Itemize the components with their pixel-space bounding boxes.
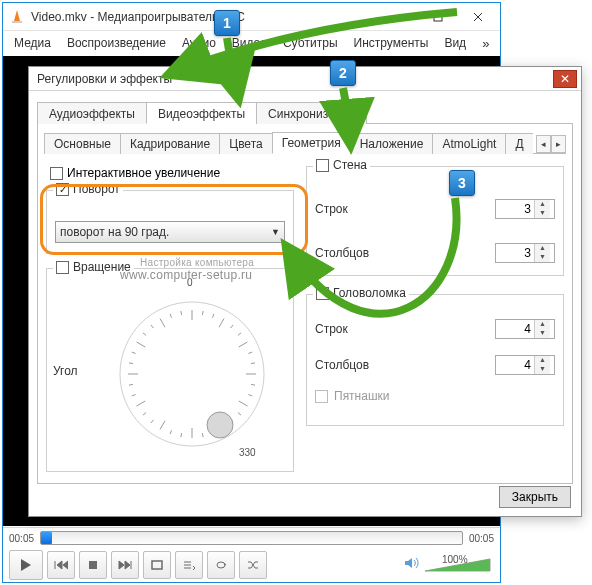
tab-video-effects[interactable]: Видеоэффекты <box>146 102 257 124</box>
fifteen-label: Пятнашки <box>334 389 390 403</box>
tab-colors[interactable]: Цвета <box>219 133 272 154</box>
maximize-button[interactable] <box>418 4 458 30</box>
dialog-close-button[interactable]: ✕ <box>553 70 577 88</box>
menu-audio[interactable]: Аудио <box>175 33 223 53</box>
svg-line-16 <box>251 363 255 364</box>
watermark-line1: Настройка компьютера <box>140 257 254 268</box>
controls-bar: 00:05 00:05 100% <box>3 527 500 582</box>
vlc-cone-icon <box>9 9 25 25</box>
dialog-title-bar: Регулировки и эффекты ✕ <box>29 67 581 91</box>
title-bar: Video.mkv - Медиапроигрыватель VLC <box>3 3 500 31</box>
speaker-icon[interactable] <box>404 556 420 574</box>
wall-cols-spinner[interactable]: ▲▼ <box>495 243 555 263</box>
rotation-dial[interactable] <box>105 287 280 462</box>
puzzle-cols-label: Столбцов <box>315 358 369 372</box>
menu-view[interactable]: Вид <box>437 33 473 53</box>
puzzle-checkbox[interactable] <box>316 287 329 300</box>
wall-legend: Стена <box>333 158 367 172</box>
puzzle-cols-spinner[interactable]: ▲▼ <box>495 355 555 375</box>
tab-basic[interactable]: Основные <box>44 133 121 154</box>
tab-more[interactable]: Д <box>505 133 532 154</box>
close-button[interactable] <box>458 4 498 30</box>
dial-tick-330: 330 <box>239 447 256 458</box>
puzzle-rows-label: Строк <box>315 322 348 336</box>
rotate-value: поворот на 90 град. <box>60 225 169 239</box>
svg-line-36 <box>129 363 133 364</box>
svg-line-27 <box>181 433 182 437</box>
watermark-line2: www.computer-setup.ru <box>120 268 252 282</box>
svg-rect-2 <box>434 13 442 21</box>
dialog-title: Регулировки и эффекты <box>37 72 172 86</box>
svg-line-18 <box>251 384 255 385</box>
wall-rows-label: Строк <box>315 202 348 216</box>
menu-more-icon[interactable]: » <box>475 33 496 54</box>
svg-line-25 <box>202 433 203 437</box>
playlist-button[interactable] <box>175 551 203 579</box>
angle-label: Угол <box>53 364 78 378</box>
menu-subtitle[interactable]: Субтитры <box>276 33 345 53</box>
menu-video[interactable]: Видео <box>225 33 274 53</box>
svg-rect-5 <box>89 561 97 569</box>
wall-rows-spinner[interactable]: ▲▼ <box>495 199 555 219</box>
dialog-close-footer-button[interactable]: Закрыть <box>499 486 571 508</box>
tab-synchronization[interactable]: Синхронизация <box>256 102 367 124</box>
rotate-combobox[interactable]: поворот на 90 град. ▼ <box>55 221 285 243</box>
time-total: 00:05 <box>469 533 494 544</box>
tab-geometry[interactable]: Геометрия <box>272 132 351 154</box>
volume-slider[interactable]: 100% <box>424 556 494 574</box>
wall-checkbox[interactable] <box>316 159 329 172</box>
shuffle-button[interactable] <box>239 551 267 579</box>
svg-line-43 <box>181 311 182 315</box>
tab-scroll-left[interactable]: ◂ <box>536 135 551 153</box>
interactive-zoom-checkbox[interactable] <box>50 167 63 180</box>
minimize-button[interactable] <box>378 4 418 30</box>
fullscreen-button[interactable] <box>143 551 171 579</box>
chevron-down-icon: ▼ <box>271 227 280 237</box>
loop-button[interactable] <box>207 551 235 579</box>
svg-line-34 <box>129 384 133 385</box>
menu-playback[interactable]: Воспроизведение <box>60 33 173 53</box>
tab-scroll-right[interactable]: ▸ <box>551 135 566 153</box>
puzzle-rows-spinner[interactable]: ▲▼ <box>495 319 555 339</box>
volume-value: 100% <box>442 554 468 565</box>
svg-point-7 <box>120 302 264 446</box>
rotate-legend: Поворот <box>73 182 120 196</box>
progress-bar[interactable] <box>40 531 463 545</box>
menu-media[interactable]: Медиа <box>7 33 58 53</box>
svg-rect-6 <box>152 561 162 569</box>
svg-line-9 <box>202 311 203 315</box>
tab-overlay[interactable]: Наложение <box>350 133 434 154</box>
prev-button[interactable] <box>47 551 75 579</box>
tab-audio-effects[interactable]: Аудиоэффекты <box>37 102 147 124</box>
rotation-checkbox[interactable] <box>56 261 69 274</box>
svg-point-44 <box>207 412 233 438</box>
primary-tabs: Аудиоэффекты Видеоэффекты Синхронизация <box>37 101 573 124</box>
secondary-tabs: Основные Кадрирование Цвета Геометрия На… <box>44 132 566 154</box>
rotate-checkbox[interactable]: ✓ <box>56 183 69 196</box>
menu-tools[interactable]: Инструменты <box>347 33 436 53</box>
window-title: Video.mkv - Медиапроигрыватель VLC <box>31 10 378 24</box>
stop-button[interactable] <box>79 551 107 579</box>
next-button[interactable] <box>111 551 139 579</box>
time-elapsed: 00:05 <box>9 533 34 544</box>
wall-cols-label: Столбцов <box>315 246 369 260</box>
play-button[interactable] <box>9 550 43 580</box>
svg-rect-0 <box>12 21 22 23</box>
effects-dialog: Регулировки и эффекты ✕ Аудиоэффекты Вид… <box>28 66 582 517</box>
interactive-zoom-label: Интерактивное увеличение <box>67 166 220 180</box>
puzzle-legend: Головоломка <box>333 286 406 300</box>
tab-crop[interactable]: Кадрирование <box>120 133 220 154</box>
tab-atmolight[interactable]: AtmoLight <box>432 133 506 154</box>
fifteen-checkbox[interactable] <box>315 390 328 403</box>
menu-bar: Медиа Воспроизведение Аудио Видео Субтит… <box>3 31 500 55</box>
